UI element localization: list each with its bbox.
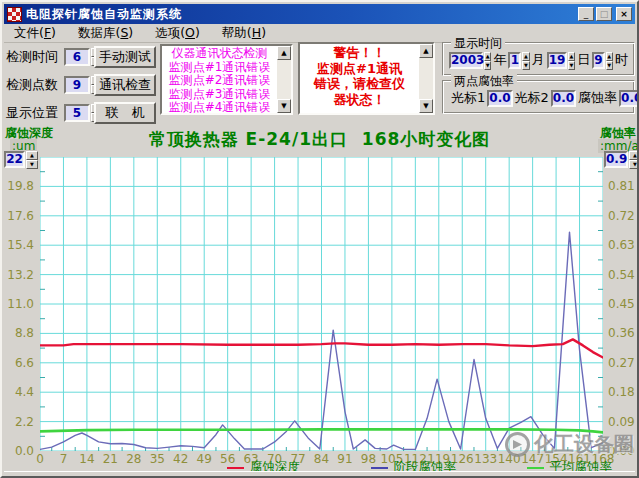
left-tick-label: 15.4 <box>7 238 34 252</box>
field-detect-time: 检测时间 6 ▲▼ <box>6 47 103 67</box>
chart-title: 常顶换热器 E-24/1出口 168小时变化图 <box>2 128 637 151</box>
day-unit: 日 <box>577 51 590 69</box>
year-input[interactable]: 2003 <box>449 52 483 69</box>
scroll-down-icon[interactable]: ▼ <box>419 99 433 113</box>
warning-scrollbar[interactable]: ▲ ▼ <box>419 44 433 113</box>
menu-item[interactable]: 数据库(S) <box>74 24 137 43</box>
app-icon <box>7 7 22 22</box>
x-tick-label: 42 <box>168 452 194 466</box>
corrosion-chart-plot <box>40 157 603 451</box>
status-list-item[interactable]: 监测点#4通讯错误 <box>162 101 277 113</box>
legend-dash <box>227 467 244 469</box>
left-tick-label: 19.8 <box>7 179 34 193</box>
right-tick-label: 0.72 <box>608 209 635 223</box>
status-list-item[interactable]: 监测点#2通讯错误 <box>162 74 277 88</box>
detect-points-input[interactable]: 9 <box>64 76 90 94</box>
detect-points-label: 检测点数 <box>6 76 64 94</box>
year-unit: 年 <box>493 51 506 69</box>
app-window: 电阻探针腐蚀自动监测系统 _ □ × 文件(F)数据库(S)选项(O)帮助(H)… <box>0 0 639 478</box>
warning-box: 警告！！监测点#1通讯错误，请检查仪器状态！ ▲ ▼ <box>298 42 435 115</box>
display-pos-label: 显示位置 <box>6 104 64 122</box>
left-tick-label: 6.6 <box>15 356 34 370</box>
window-title: 电阻探针腐蚀自动监测系统 <box>26 6 576 23</box>
menu-item[interactable]: 文件(F) <box>10 24 60 43</box>
connect-button[interactable]: 联 机 <box>94 102 156 124</box>
hour-unit: 时 <box>615 51 628 69</box>
right-tick-label: 0.36 <box>608 326 635 340</box>
left-axis-ticks: 19.817.615.413.211.08.86.64.42.20.0 <box>2 157 36 451</box>
x-tick-label: 7 <box>50 452 76 466</box>
close-button[interactable]: × <box>616 7 632 21</box>
manual-test-button[interactable]: 手动测试 <box>94 46 156 68</box>
cursor2-value[interactable]: 0.0 <box>551 90 576 107</box>
right-tick-label: 0.09 <box>608 415 635 429</box>
window-bottom-edge <box>4 471 635 476</box>
watermark-logo-icon <box>505 432 530 457</box>
scroll-up-icon[interactable]: ▲ <box>277 46 291 60</box>
right-tick-label: 0.45 <box>608 297 635 311</box>
rate-value[interactable]: 0.00 <box>619 90 639 107</box>
maximize-button[interactable]: □ <box>596 7 612 21</box>
hour-input[interactable]: 9 <box>592 52 604 69</box>
x-tick-label: 28 <box>121 452 147 466</box>
field-detect-points: 检测点数 9 ▲▼ <box>6 75 103 95</box>
right-tick-label: 0.63 <box>608 238 635 252</box>
hour-spinner[interactable]: ▲▼ <box>606 52 613 69</box>
rate-label: 腐蚀率 <box>578 89 617 107</box>
legend-dash <box>527 467 544 469</box>
right-tick-label: 0.18 <box>608 385 635 399</box>
left-tick-label: 4.4 <box>15 385 34 399</box>
left-tick-label: 8.8 <box>15 326 34 340</box>
cursor2-label: 光标2 <box>515 89 549 107</box>
x-tick-label: 21 <box>97 452 123 466</box>
warning-text-line: 监测点#1通讯 <box>300 61 419 77</box>
year-spinner[interactable]: ▲▼ <box>484 52 491 69</box>
warning-text-line: 错误，请检查仪 <box>300 76 419 92</box>
comm-status-listbox[interactable]: 仪器通讯状态检测监测点#1通讯错误监测点#2通讯错误监测点#3通讯错误监测点#4… <box>160 44 293 115</box>
display-time-title: 显示时间 <box>451 35 505 52</box>
menu-item[interactable]: 选项(O) <box>151 24 204 43</box>
day-spinner[interactable]: ▲▼ <box>568 52 575 69</box>
scroll-down-icon[interactable]: ▼ <box>277 99 291 113</box>
menu-bar: 文件(F)数据库(S)选项(O)帮助(H) <box>4 25 635 43</box>
status-scrollbar[interactable]: ▲ ▼ <box>277 46 291 113</box>
left-tick-label: 2.2 <box>15 415 34 429</box>
left-tick-label: 11.0 <box>7 297 34 311</box>
day-input[interactable]: 19 <box>547 52 567 69</box>
detect-time-label: 检测时间 <box>6 48 64 66</box>
right-axis-ticks: 0.810.720.630.540.450.360.270.180.090.00 <box>606 157 639 451</box>
two-point-rate-group: 两点腐蚀率 光标1 0.0 光标2 0.0 腐蚀率 0.00 <box>442 80 635 114</box>
legend-dash <box>371 467 388 469</box>
right-tick-label: 0.54 <box>608 268 635 282</box>
status-list-item[interactable]: 监测点#3通讯错误 <box>162 88 277 102</box>
month-spinner[interactable]: ▲▼ <box>522 52 529 69</box>
month-input[interactable]: 1 <box>508 52 521 69</box>
field-display-pos: 显示位置 5 ▲▼ <box>6 103 103 123</box>
right-tick-label: 0.81 <box>608 179 635 193</box>
x-tick-label: 14 <box>74 452 100 466</box>
x-tick-label: 0 <box>27 452 53 466</box>
left-tick-label: 13.2 <box>7 268 34 282</box>
month-unit: 月 <box>532 51 545 69</box>
warning-text-line: 器状态！ <box>300 92 419 108</box>
cursor1-value[interactable]: 0.0 <box>487 90 512 107</box>
display-time-group: 显示时间 2003 ▲▼ 年 1 ▲▼ 月 19 ▲▼ 日 9 ▲▼ 时 <box>442 42 635 76</box>
status-list-item[interactable]: 仪器通讯状态检测 <box>162 47 277 61</box>
cursor1-label: 光标1 <box>451 89 485 107</box>
x-tick-label: 49 <box>191 452 217 466</box>
two-point-rate-title: 两点腐蚀率 <box>451 73 517 90</box>
status-list-item[interactable]: 监测点#1通讯错误 <box>162 61 277 75</box>
right-tick-label: 0.27 <box>608 356 635 370</box>
display-pos-input[interactable]: 5 <box>64 104 90 122</box>
title-bar: 电阻探针腐蚀自动监测系统 _ □ × <box>4 4 635 24</box>
warning-text-line: 警告！！ <box>300 45 419 61</box>
x-tick-label: 35 <box>144 452 170 466</box>
scroll-up-icon[interactable]: ▲ <box>419 44 433 58</box>
detect-time-input[interactable]: 6 <box>64 48 90 66</box>
watermark: 化工设备圈 <box>505 431 634 458</box>
menu-item[interactable]: 帮助(H) <box>218 24 270 43</box>
left-tick-label: 17.6 <box>7 209 34 223</box>
watermark-text: 化工设备圈 <box>534 431 634 458</box>
minimize-button[interactable]: _ <box>578 7 594 21</box>
comm-check-button[interactable]: 通讯检查 <box>94 74 156 96</box>
